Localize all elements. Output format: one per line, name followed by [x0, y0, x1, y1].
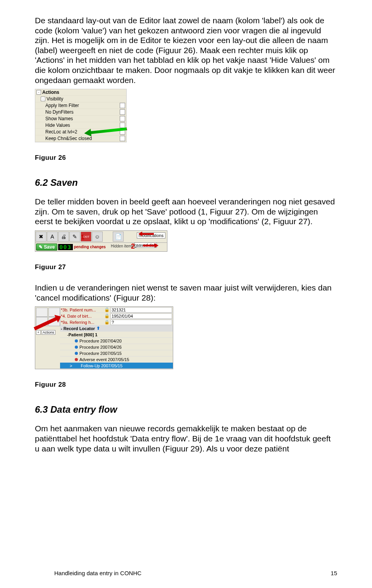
visibility-option[interactable]: Hide Values [35, 122, 126, 129]
figure-28-caption: Figuur 28 [35, 381, 337, 389]
field-label: *9a. Referring h... [61, 320, 103, 325]
figure-28: *3b. Patient num...🔒321321*4. Date of bi… [35, 306, 173, 369]
paragraph-1: De standaard lay-out van de Editor laat … [35, 16, 337, 85]
figure-26-caption: Figuur 26 [35, 154, 337, 162]
visibility-option[interactable]: Apply Item Filter [35, 102, 126, 109]
folder-icon[interactable]: 📄 [113, 232, 124, 242]
option-label: Hide Values [45, 123, 70, 128]
record-item[interactable]: Procedure 2007/04/26 [60, 344, 173, 350]
field-row: *9a. Referring h...🔒? [60, 319, 173, 325]
option-label: No DynFilters [45, 109, 74, 115]
visibility-option[interactable]: No DynFilters [35, 109, 126, 116]
lock-icon: 🔒 [104, 307, 110, 312]
print-icon[interactable]: 🖨 [58, 232, 69, 242]
record-label: Adverse event 2007/05/15 [79, 357, 129, 362]
checkbox[interactable] [120, 123, 125, 128]
selected-row[interactable]: > Follow-Up 2007/05/15 [60, 363, 173, 369]
field-row: *3b. Patient num...🔒321321 [60, 307, 173, 313]
figure-26: - Actions - Visibility Apply Item Filter… [35, 89, 127, 142]
page-number: 15 [331, 570, 337, 576]
option-label: Apply Item Filter [45, 103, 79, 108]
status-dot-icon [75, 339, 78, 342]
lock-icon: 🔒 [104, 320, 110, 325]
option-label: Show Names [45, 116, 73, 121]
record-label: Procedure 2007/04/26 [79, 345, 122, 349]
pending-label: pending changes [74, 245, 106, 249]
status-dot-icon [75, 358, 78, 361]
checkbox[interactable] [120, 103, 125, 108]
paragraph-3: Indien u de veranderingen niet wenst te … [35, 283, 337, 303]
page-footer: Handleiding data entry in CONHC 15 [54, 570, 337, 576]
record-locator-row: - Record Locator ⬆ [60, 325, 173, 332]
callout-1: 1 [81, 234, 84, 241]
field-value[interactable]: 1952/01/04 [110, 313, 172, 319]
patient-row: - Patient [800] 1 [60, 332, 173, 338]
checkbox[interactable] [120, 116, 125, 121]
smiley-icon[interactable]: ☺ [92, 232, 103, 242]
option-label: RecLoc at lvl=2 [45, 129, 77, 135]
status-dot-icon [75, 346, 78, 349]
record-label: Procedure 2007/05/15 [79, 351, 122, 356]
cancel-icon[interactable] [36, 308, 48, 317]
folder-icon[interactable] [48, 308, 60, 317]
section-6-3-heading: 6.3 Data entry flow [35, 404, 337, 415]
actions-label: Actions [42, 90, 59, 95]
figure-27: ✖ A 🖨 ✎ EXIT ☺ 📄 ✎ Save 003 pending chan… [35, 230, 167, 252]
section-6-3-para: Om het aanmaken van nieuwe records gemak… [35, 424, 337, 453]
visibility-option[interactable]: Show Names [35, 116, 126, 122]
visibility-label: Visibility [46, 96, 63, 102]
footer-title: Handleiding data entry in CONHC [54, 570, 141, 576]
option-label: Keep Chn&Sec closed [45, 136, 92, 141]
pencil-icon[interactable]: ✎ [69, 232, 80, 242]
status-dot-icon [75, 352, 78, 355]
callout-2: 2 [131, 242, 135, 251]
visibility-option[interactable]: Keep Chn&Sec closed [35, 135, 126, 142]
actions-collapsed[interactable]: +Actions [36, 329, 55, 335]
record-label: Procedure 2007/04/20 [79, 339, 122, 343]
field-row: *4. Date of birt...🔒1952/01/04 [60, 313, 173, 319]
toolbar-button[interactable]: ✖ [36, 232, 46, 242]
save-button[interactable]: ✎ Save [36, 244, 57, 251]
checkbox[interactable] [120, 109, 125, 115]
toolbar-button[interactable]: A [47, 232, 58, 242]
figure-27-caption: Figuur 27 [35, 263, 337, 271]
collapse-icon: - [61, 326, 62, 331]
record-item[interactable]: Adverse event 2007/05/15 [60, 356, 173, 363]
record-item[interactable]: Procedure 2007/04/20 [60, 338, 173, 344]
collapse-icon: - [41, 97, 45, 101]
field-value[interactable]: 321321 [110, 307, 172, 313]
visibility-header-row: - Visibility [35, 96, 126, 102]
lock-icon: 🔒 [104, 313, 110, 318]
section-6-2-heading: 6.2 Saven [35, 177, 337, 188]
field-label: *3b. Patient num... [61, 308, 103, 312]
field-value[interactable]: ? [110, 320, 172, 325]
pending-counter: 003 [58, 244, 72, 250]
section-6-2-para: De teller midden boven in beeld geeft aa… [35, 197, 337, 227]
actions-header-row: - Actions [35, 89, 126, 96]
record-item[interactable]: Procedure 2007/05/15 [60, 350, 173, 356]
collapse-icon: - [36, 90, 41, 95]
checkbox[interactable] [120, 136, 125, 141]
up-icon[interactable]: ⬆ [96, 326, 100, 331]
field-label: *4. Date of birt... [61, 314, 103, 318]
